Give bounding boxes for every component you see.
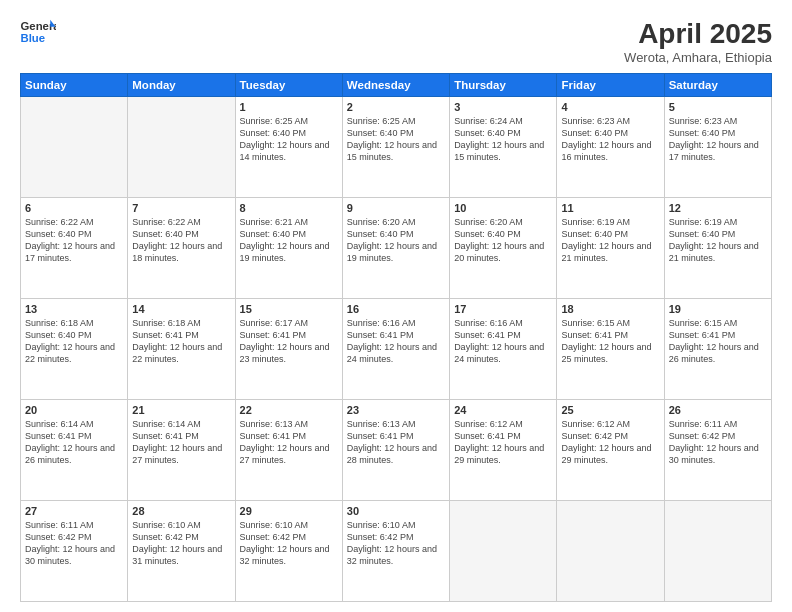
logo-icon: General Blue (20, 18, 56, 46)
day-number: 30 (347, 505, 445, 517)
day-number: 18 (561, 303, 659, 315)
cell-info: Sunrise: 6:19 AMSunset: 6:40 PMDaylight:… (561, 216, 659, 265)
day-number: 28 (132, 505, 230, 517)
calendar-cell (664, 501, 771, 602)
calendar-cell: 8Sunrise: 6:21 AMSunset: 6:40 PMDaylight… (235, 198, 342, 299)
calendar-cell: 28Sunrise: 6:10 AMSunset: 6:42 PMDayligh… (128, 501, 235, 602)
day-number: 26 (669, 404, 767, 416)
cell-info: Sunrise: 6:14 AMSunset: 6:41 PMDaylight:… (25, 418, 123, 467)
cell-info: Sunrise: 6:13 AMSunset: 6:41 PMDaylight:… (347, 418, 445, 467)
logo: General Blue (20, 18, 56, 46)
day-number: 20 (25, 404, 123, 416)
calendar-cell: 26Sunrise: 6:11 AMSunset: 6:42 PMDayligh… (664, 400, 771, 501)
calendar: SundayMondayTuesdayWednesdayThursdayFrid… (20, 73, 772, 602)
cell-info: Sunrise: 6:17 AMSunset: 6:41 PMDaylight:… (240, 317, 338, 366)
cell-info: Sunrise: 6:23 AMSunset: 6:40 PMDaylight:… (669, 115, 767, 164)
cell-info: Sunrise: 6:11 AMSunset: 6:42 PMDaylight:… (669, 418, 767, 467)
cell-info: Sunrise: 6:18 AMSunset: 6:40 PMDaylight:… (25, 317, 123, 366)
calendar-cell: 18Sunrise: 6:15 AMSunset: 6:41 PMDayligh… (557, 299, 664, 400)
cell-info: Sunrise: 6:22 AMSunset: 6:40 PMDaylight:… (25, 216, 123, 265)
day-number: 17 (454, 303, 552, 315)
day-number: 8 (240, 202, 338, 214)
calendar-cell: 7Sunrise: 6:22 AMSunset: 6:40 PMDaylight… (128, 198, 235, 299)
cell-info: Sunrise: 6:22 AMSunset: 6:40 PMDaylight:… (132, 216, 230, 265)
day-number: 21 (132, 404, 230, 416)
col-header-saturday: Saturday (664, 74, 771, 97)
calendar-cell: 14Sunrise: 6:18 AMSunset: 6:41 PMDayligh… (128, 299, 235, 400)
day-number: 4 (561, 101, 659, 113)
calendar-cell: 11Sunrise: 6:19 AMSunset: 6:40 PMDayligh… (557, 198, 664, 299)
day-number: 24 (454, 404, 552, 416)
header: General Blue April 2025 Werota, Amhara, … (20, 18, 772, 65)
calendar-cell: 12Sunrise: 6:19 AMSunset: 6:40 PMDayligh… (664, 198, 771, 299)
day-number: 5 (669, 101, 767, 113)
svg-text:Blue: Blue (21, 32, 46, 44)
cell-info: Sunrise: 6:12 AMSunset: 6:42 PMDaylight:… (561, 418, 659, 467)
day-number: 19 (669, 303, 767, 315)
day-number: 23 (347, 404, 445, 416)
cell-info: Sunrise: 6:25 AMSunset: 6:40 PMDaylight:… (240, 115, 338, 164)
calendar-cell: 19Sunrise: 6:15 AMSunset: 6:41 PMDayligh… (664, 299, 771, 400)
week-row-0: 1Sunrise: 6:25 AMSunset: 6:40 PMDaylight… (21, 97, 772, 198)
day-number: 16 (347, 303, 445, 315)
calendar-cell: 4Sunrise: 6:23 AMSunset: 6:40 PMDaylight… (557, 97, 664, 198)
week-row-2: 13Sunrise: 6:18 AMSunset: 6:40 PMDayligh… (21, 299, 772, 400)
day-number: 15 (240, 303, 338, 315)
day-number: 10 (454, 202, 552, 214)
cell-info: Sunrise: 6:12 AMSunset: 6:41 PMDaylight:… (454, 418, 552, 467)
cell-info: Sunrise: 6:21 AMSunset: 6:40 PMDaylight:… (240, 216, 338, 265)
calendar-cell: 2Sunrise: 6:25 AMSunset: 6:40 PMDaylight… (342, 97, 449, 198)
week-row-1: 6Sunrise: 6:22 AMSunset: 6:40 PMDaylight… (21, 198, 772, 299)
calendar-cell: 22Sunrise: 6:13 AMSunset: 6:41 PMDayligh… (235, 400, 342, 501)
cell-info: Sunrise: 6:20 AMSunset: 6:40 PMDaylight:… (454, 216, 552, 265)
col-header-wednesday: Wednesday (342, 74, 449, 97)
calendar-cell (450, 501, 557, 602)
day-header-row: SundayMondayTuesdayWednesdayThursdayFrid… (21, 74, 772, 97)
day-number: 3 (454, 101, 552, 113)
calendar-cell (557, 501, 664, 602)
day-number: 25 (561, 404, 659, 416)
page: General Blue April 2025 Werota, Amhara, … (0, 0, 792, 612)
cell-info: Sunrise: 6:10 AMSunset: 6:42 PMDaylight:… (132, 519, 230, 568)
cell-info: Sunrise: 6:15 AMSunset: 6:41 PMDaylight:… (669, 317, 767, 366)
day-number: 7 (132, 202, 230, 214)
calendar-cell: 6Sunrise: 6:22 AMSunset: 6:40 PMDaylight… (21, 198, 128, 299)
calendar-cell: 27Sunrise: 6:11 AMSunset: 6:42 PMDayligh… (21, 501, 128, 602)
calendar-cell: 5Sunrise: 6:23 AMSunset: 6:40 PMDaylight… (664, 97, 771, 198)
day-number: 27 (25, 505, 123, 517)
cell-info: Sunrise: 6:19 AMSunset: 6:40 PMDaylight:… (669, 216, 767, 265)
day-number: 29 (240, 505, 338, 517)
cell-info: Sunrise: 6:15 AMSunset: 6:41 PMDaylight:… (561, 317, 659, 366)
calendar-cell: 20Sunrise: 6:14 AMSunset: 6:41 PMDayligh… (21, 400, 128, 501)
cell-info: Sunrise: 6:11 AMSunset: 6:42 PMDaylight:… (25, 519, 123, 568)
calendar-cell: 21Sunrise: 6:14 AMSunset: 6:41 PMDayligh… (128, 400, 235, 501)
calendar-cell (21, 97, 128, 198)
cell-info: Sunrise: 6:16 AMSunset: 6:41 PMDaylight:… (454, 317, 552, 366)
day-number: 2 (347, 101, 445, 113)
day-number: 12 (669, 202, 767, 214)
col-header-sunday: Sunday (21, 74, 128, 97)
col-header-monday: Monday (128, 74, 235, 97)
calendar-cell: 29Sunrise: 6:10 AMSunset: 6:42 PMDayligh… (235, 501, 342, 602)
calendar-cell: 10Sunrise: 6:20 AMSunset: 6:40 PMDayligh… (450, 198, 557, 299)
calendar-cell: 17Sunrise: 6:16 AMSunset: 6:41 PMDayligh… (450, 299, 557, 400)
month-title: April 2025 (624, 18, 772, 50)
cell-info: Sunrise: 6:20 AMSunset: 6:40 PMDaylight:… (347, 216, 445, 265)
cell-info: Sunrise: 6:23 AMSunset: 6:40 PMDaylight:… (561, 115, 659, 164)
cell-info: Sunrise: 6:10 AMSunset: 6:42 PMDaylight:… (240, 519, 338, 568)
calendar-cell: 9Sunrise: 6:20 AMSunset: 6:40 PMDaylight… (342, 198, 449, 299)
day-number: 22 (240, 404, 338, 416)
cell-info: Sunrise: 6:24 AMSunset: 6:40 PMDaylight:… (454, 115, 552, 164)
week-row-3: 20Sunrise: 6:14 AMSunset: 6:41 PMDayligh… (21, 400, 772, 501)
col-header-thursday: Thursday (450, 74, 557, 97)
col-header-tuesday: Tuesday (235, 74, 342, 97)
title-block: April 2025 Werota, Amhara, Ethiopia (624, 18, 772, 65)
day-number: 14 (132, 303, 230, 315)
calendar-cell: 25Sunrise: 6:12 AMSunset: 6:42 PMDayligh… (557, 400, 664, 501)
cell-info: Sunrise: 6:18 AMSunset: 6:41 PMDaylight:… (132, 317, 230, 366)
cell-info: Sunrise: 6:10 AMSunset: 6:42 PMDaylight:… (347, 519, 445, 568)
calendar-cell: 15Sunrise: 6:17 AMSunset: 6:41 PMDayligh… (235, 299, 342, 400)
calendar-cell: 24Sunrise: 6:12 AMSunset: 6:41 PMDayligh… (450, 400, 557, 501)
col-header-friday: Friday (557, 74, 664, 97)
day-number: 11 (561, 202, 659, 214)
